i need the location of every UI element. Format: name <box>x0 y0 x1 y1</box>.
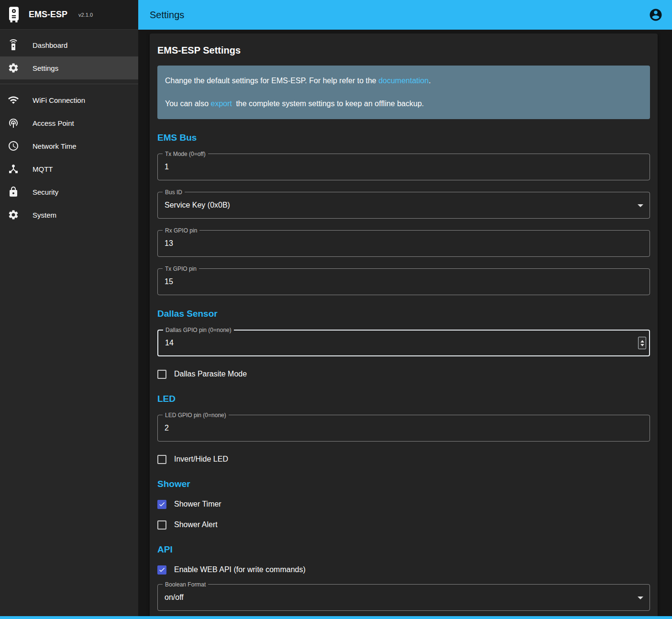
tx-gpio-input[interactable] <box>158 269 650 295</box>
checkbox-invert-led[interactable]: Invert/Hide LED <box>157 453 650 465</box>
sidebar-item-label: Dashboard <box>33 41 67 49</box>
checkbox-label: Enable WEB API (for write commands) <box>174 565 306 574</box>
settings-card: EMS-ESP Settings Change the default sett… <box>150 33 658 619</box>
checkbox-label: Shower Alert <box>174 520 218 529</box>
section-heading-ems-bus: EMS Bus <box>157 133 650 143</box>
checkbox-icon <box>157 520 166 530</box>
info-text: the complete system settings to keep an … <box>234 99 424 108</box>
content-area: EMS-ESP Settings Change the default sett… <box>138 30 672 619</box>
checkbox-shower-alert[interactable]: Shower Alert <box>157 519 650 531</box>
clock-icon <box>8 140 19 152</box>
info-line-2: You can also export the complete system … <box>165 98 642 110</box>
sidebar-header: EMS-ESP v2.1.0 <box>0 0 138 30</box>
sidebar-item-security[interactable]: Security <box>0 180 138 203</box>
section-heading-shower: Shower <box>157 479 650 489</box>
device-hub-icon <box>8 163 19 175</box>
sidebar-item-access-point[interactable]: Access Point <box>0 111 138 134</box>
ems-esp-logo-icon <box>7 6 21 23</box>
checkbox-icon <box>157 565 166 575</box>
tx-gpio-label: Tx GPIO pin <box>163 265 199 272</box>
sidebar-item-label: MQTT <box>33 165 53 173</box>
tx-mode-field: Tx Mode (0=off) <box>157 154 650 180</box>
info-text: You can also <box>165 99 210 108</box>
spinner-down-icon[interactable] <box>640 344 644 346</box>
led-gpio-label: LED GPIO pin (0=none) <box>163 412 229 419</box>
checkbox-label: Invert/Hide LED <box>174 455 228 464</box>
led-gpio-field: LED GPIO pin (0=none) <box>157 415 650 442</box>
main-area: Settings EMS-ESP Settings Change the def… <box>138 0 672 619</box>
sidebar-item-dashboard[interactable]: Dashboard <box>0 33 138 56</box>
bus-id-select[interactable]: Bus ID Service Key (0x0B) <box>157 192 650 219</box>
rx-gpio-input[interactable] <box>158 231 650 256</box>
bus-id-value: Service Key (0x0B) <box>158 192 650 218</box>
account-button[interactable] <box>648 7 663 22</box>
wifi-tethering-icon <box>8 117 19 129</box>
checkbox-icon <box>157 500 166 509</box>
sidebar-divider <box>0 84 138 84</box>
tx-gpio-field: Tx GPIO pin <box>157 268 650 295</box>
app-root: EMS-ESP v2.1.0 Dashboard Settings <box>0 0 672 619</box>
rx-gpio-label: Rx GPIO pin <box>163 227 199 234</box>
section-heading-api: API <box>157 544 650 555</box>
lock-icon <box>8 186 19 198</box>
led-gpio-input[interactable] <box>158 415 650 441</box>
documentation-link[interactable]: documentation <box>378 77 429 85</box>
chevron-down-icon <box>638 204 643 207</box>
sidebar-item-network-time[interactable]: Network Time <box>0 134 138 157</box>
info-text: Change the default settings for EMS-ESP.… <box>165 77 378 85</box>
sidebar-item-label: System <box>33 211 56 219</box>
checkbox-dallas-parasite[interactable]: Dallas Parasite Mode <box>157 368 650 380</box>
boolean-format-label: Boolean Format <box>163 581 208 588</box>
wifi-icon <box>8 94 19 106</box>
sidebar-item-settings[interactable]: Settings <box>0 56 138 79</box>
dallas-gpio-label: Dallas GPIO pin (0=none) <box>163 327 234 333</box>
export-link[interactable]: export <box>210 99 231 108</box>
sidebar-item-label: Network Time <box>33 142 77 150</box>
section-heading-led: LED <box>157 394 650 404</box>
checkbox-label: Shower Timer <box>174 500 221 508</box>
account-circle-icon <box>649 8 663 22</box>
checkbox-icon <box>157 455 166 464</box>
sidebar-item-system[interactable]: System <box>0 203 138 226</box>
page-title: Settings <box>150 10 184 21</box>
dallas-gpio-field: Dallas GPIO pin (0=none) <box>157 330 650 356</box>
system-gear-icon <box>8 209 19 221</box>
spinner-up-icon[interactable] <box>640 340 644 343</box>
sidebar-nav: Dashboard Settings WiFi Connection Acc <box>0 30 138 226</box>
boolean-format-select[interactable]: Boolean Format on/off <box>157 584 650 611</box>
tx-mode-input[interactable] <box>158 154 650 180</box>
checkbox-label: Dallas Parasite Mode <box>174 370 247 378</box>
sidebar-item-label: Access Point <box>33 119 74 127</box>
number-spinner[interactable] <box>638 337 646 349</box>
info-box: Change the default settings for EMS-ESP.… <box>157 66 650 119</box>
sidebar-item-mqtt[interactable]: MQTT <box>0 157 138 180</box>
boolean-format-value: on/off <box>158 585 650 610</box>
gear-icon <box>8 62 19 74</box>
sidebar: EMS-ESP v2.1.0 Dashboard Settings <box>0 0 138 619</box>
checkbox-icon <box>157 370 166 379</box>
app-version: v2.1.0 <box>78 12 93 18</box>
sidebar-item-label: WiFi Connection <box>33 96 85 104</box>
checkbox-shower-timer[interactable]: Shower Timer <box>157 498 650 510</box>
info-line-1: Change the default settings for EMS-ESP.… <box>165 75 642 87</box>
section-heading-dallas-sensor: Dallas Sensor <box>157 309 650 319</box>
remote-control-icon <box>8 39 19 51</box>
bus-id-label: Bus ID <box>163 189 185 196</box>
rx-gpio-field: Rx GPIO pin <box>157 230 650 257</box>
appbar: Settings <box>138 0 672 30</box>
checkbox-enable-web-api[interactable]: Enable WEB API (for write commands) <box>157 564 650 576</box>
dallas-gpio-input[interactable] <box>158 331 649 355</box>
info-text: . <box>429 77 430 85</box>
app-title: EMS-ESP <box>29 10 67 20</box>
tx-mode-label: Tx Mode (0=off) <box>163 151 208 157</box>
sidebar-item-wifi-connection[interactable]: WiFi Connection <box>0 88 138 111</box>
sidebar-item-label: Security <box>33 188 58 196</box>
chevron-down-icon <box>638 597 643 599</box>
card-title: EMS-ESP Settings <box>157 45 650 56</box>
bottom-accent-bar <box>0 616 672 619</box>
sidebar-item-label: Settings <box>33 64 58 72</box>
